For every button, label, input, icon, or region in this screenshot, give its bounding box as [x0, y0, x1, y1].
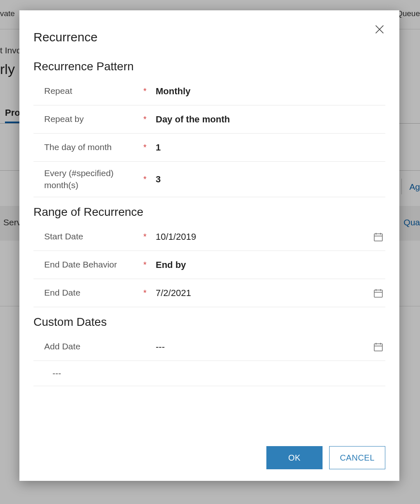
- section-custom-dates: Custom Dates: [33, 315, 385, 329]
- required-indicator: *: [143, 288, 156, 298]
- field-day-of-month-value-text: 1: [156, 142, 384, 153]
- field-every-months-label: Every (#specified) month(s): [44, 167, 143, 191]
- field-repeat-by-value[interactable]: Day of the month: [156, 114, 385, 125]
- calendar-icon[interactable]: [373, 288, 384, 299]
- field-end-date-behavior[interactable]: End Date Behavior * End by: [33, 251, 385, 279]
- cancel-button[interactable]: CANCEL: [329, 446, 385, 469]
- field-start-date[interactable]: Start Date * 10/1/2019: [33, 223, 385, 251]
- field-end-date-behavior-value[interactable]: End by: [156, 260, 385, 270]
- field-repeat-value[interactable]: Monthly: [156, 86, 385, 97]
- svg-rect-2: [374, 234, 382, 241]
- field-start-date-value[interactable]: 10/1/2019: [156, 232, 385, 242]
- field-repeat-label: Repeat: [44, 85, 143, 97]
- close-icon: [374, 29, 385, 36]
- calendar-icon[interactable]: [373, 342, 384, 352]
- custom-dates-list-placeholder: ---: [33, 361, 385, 386]
- required-indicator: *: [143, 115, 156, 124]
- required-indicator: *: [143, 86, 156, 96]
- dialog-title: Recurrence: [33, 30, 385, 44]
- section-recurrence-pattern: Recurrence Pattern: [33, 60, 385, 73]
- field-end-date[interactable]: End Date * 7/2/2021: [33, 279, 385, 307]
- field-repeat-by-label: Repeat by: [44, 113, 143, 125]
- field-add-date-label: Add Date: [44, 341, 143, 352]
- field-every-months-value[interactable]: 3: [156, 174, 385, 185]
- field-repeat-by[interactable]: Repeat by * Day of the month: [33, 105, 385, 134]
- required-indicator: *: [143, 174, 156, 184]
- svg-rect-26: [374, 344, 382, 351]
- field-end-date-value[interactable]: 7/2/2021: [156, 288, 385, 299]
- ok-button[interactable]: OK: [266, 446, 323, 469]
- section-range-of-recurrence: Range of Recurrence: [33, 205, 385, 219]
- svg-rect-14: [374, 290, 382, 297]
- field-repeat-value-text: Monthly: [156, 86, 384, 97]
- field-start-date-label: Start Date: [44, 231, 143, 242]
- field-end-date-behavior-value-text: End by: [156, 260, 384, 270]
- field-every-months-value-text: 3: [156, 174, 384, 185]
- field-end-date-behavior-label: End Date Behavior: [44, 259, 143, 270]
- field-add-date[interactable]: Add Date ---: [33, 333, 385, 361]
- required-indicator: *: [143, 260, 156, 270]
- field-day-of-month-label: The day of month: [44, 141, 143, 153]
- close-button[interactable]: [374, 24, 385, 35]
- field-end-date-value-text: 7/2/2021: [156, 288, 369, 299]
- dialog-footer: OK CANCEL: [266, 446, 385, 469]
- field-add-date-value[interactable]: ---: [156, 342, 385, 352]
- required-indicator: *: [143, 232, 156, 241]
- field-repeat-by-value-text: Day of the month: [156, 114, 384, 125]
- calendar-icon[interactable]: [373, 232, 384, 242]
- required-indicator: *: [143, 143, 156, 152]
- recurrence-dialog: Recurrence Recurrence Pattern Repeat * M…: [19, 10, 399, 481]
- field-day-of-month[interactable]: The day of month * 1: [33, 134, 385, 162]
- field-every-months[interactable]: Every (#specified) month(s) * 3: [33, 162, 385, 197]
- field-start-date-value-text: 10/1/2019: [156, 232, 369, 242]
- field-repeat[interactable]: Repeat * Monthly: [33, 77, 385, 105]
- field-add-date-value-text: ---: [156, 342, 369, 352]
- field-end-date-label: End Date: [44, 287, 143, 299]
- field-day-of-month-value[interactable]: 1: [156, 142, 385, 153]
